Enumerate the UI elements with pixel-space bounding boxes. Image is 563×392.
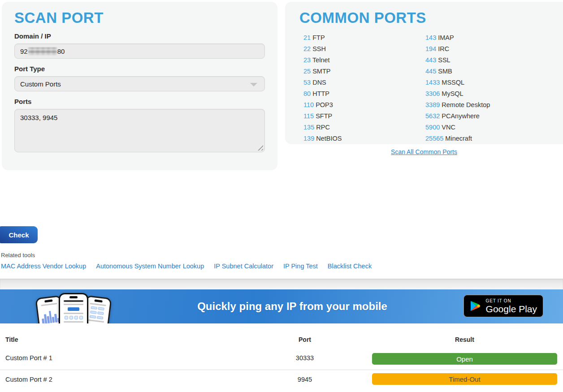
common-port-item[interactable]: 194 IRC [425,43,563,55]
chevron-down-icon [250,83,257,86]
common-port-item[interactable]: 53 DNS [303,77,425,88]
domain-ip-value-prefix: 92 [20,47,28,55]
common-port-item[interactable]: 5632 PCAnywhere [425,111,563,122]
common-port-item[interactable]: 25565 Minecraft [425,133,563,144]
common-port-item[interactable]: 135 RPC [303,122,425,133]
related-tools-label: Related tools [1,252,35,258]
google-play-text: Google Play [486,304,537,314]
port-type-label: Port Type [14,65,265,73]
domain-ip-value-suffix: 80 [57,47,65,55]
column-header-title: Title [5,336,18,343]
common-port-item[interactable]: 143 IMAP [425,32,563,43]
status-badge-timed-out: Timed-Out [372,373,557,385]
phone-mockup [59,293,88,323]
ports-label: Ports [14,98,265,105]
common-port-item[interactable]: 80 HTTP [303,88,425,99]
ports-textarea[interactable]: 30333, 9945 [14,109,265,152]
ports-value: 30333, 9945 [20,114,57,121]
column-header-result: Result [372,336,557,343]
common-port-item[interactable]: 23 Telnet [303,55,425,66]
port-type-select[interactable]: Custom Ports [14,76,265,91]
status-badge-open: Open [372,353,557,365]
redacted-ip-segment [28,47,57,55]
row-divider [0,370,563,370]
mobile-app-banner: Quickly ping any IP from your mobile GET… [0,289,563,323]
result-row-title: Custom Port # 1 [5,354,52,362]
common-port-item[interactable]: 445 SMB [425,66,563,77]
check-button[interactable]: Check [0,226,38,243]
domain-ip-label: Domain / IP [14,32,265,40]
common-port-item[interactable]: 5900 VNC [425,122,563,133]
result-row-title: Custom Port # 2 [5,376,52,383]
result-row-port: 9945 [251,376,359,383]
common-ports-title: COMMON PORTS [299,9,563,27]
domain-ip-input[interactable]: 9280 [14,43,265,59]
common-port-item[interactable]: 22 SSH [303,43,425,55]
common-port-item[interactable]: 21 FTP [303,32,425,43]
common-port-item[interactable]: 3389 Remote Desktop [425,99,563,111]
link-ip-subnet-calculator[interactable]: IP Subnet Calculator [214,263,273,270]
related-tools-links: MAC Address Vendor Lookup Autonomous Sys… [1,263,372,270]
common-port-item[interactable]: 1433 MSSQL [425,77,563,88]
common-port-item[interactable]: 25 SMTP [303,66,425,77]
result-row-port: 30333 [251,354,359,362]
link-blacklist-check[interactable]: Blacklist Check [328,263,372,270]
link-ip-ping-test[interactable]: IP Ping Test [283,263,318,270]
google-play-icon [470,300,481,312]
port-type-selected-value: Custom Ports [20,80,61,88]
column-header-port: Port [251,336,359,343]
link-mac-address-vendor-lookup[interactable]: MAC Address Vendor Lookup [1,263,86,270]
common-port-item[interactable]: 139 NetBIOS [303,133,425,144]
common-port-item[interactable]: 115 SFTP [303,111,425,122]
common-port-item[interactable]: 443 SSL [425,55,563,66]
scan-port-title: SCAN PORT [14,9,277,27]
common-port-item[interactable]: 110 POP3 [303,99,425,111]
common-port-item[interactable]: 3306 MySQL [425,88,563,99]
common-ports-panel: COMMON PORTS 21 FTP 22 SSH 23 Telnet 25 … [285,2,563,144]
port-scanner-page: SCAN PORT Domain / IP 9280 Port Type Cus… [0,0,563,392]
resize-handle[interactable] [258,145,263,151]
scan-port-panel: SCAN PORT Domain / IP 9280 Port Type Cus… [2,2,277,170]
link-asn-lookup[interactable]: Autonomous System Number Lookup [96,263,204,270]
scan-all-common-ports-link[interactable]: Scan All Common Ports [285,148,563,155]
get-it-on-text: GET IT ON [486,298,537,304]
common-ports-list: 21 FTP 22 SSH 23 Telnet 25 SMTP 53 DNS 8… [303,32,563,144]
divider-strip [0,279,563,289]
google-play-badge[interactable]: GET IT ON Google Play [463,295,543,317]
